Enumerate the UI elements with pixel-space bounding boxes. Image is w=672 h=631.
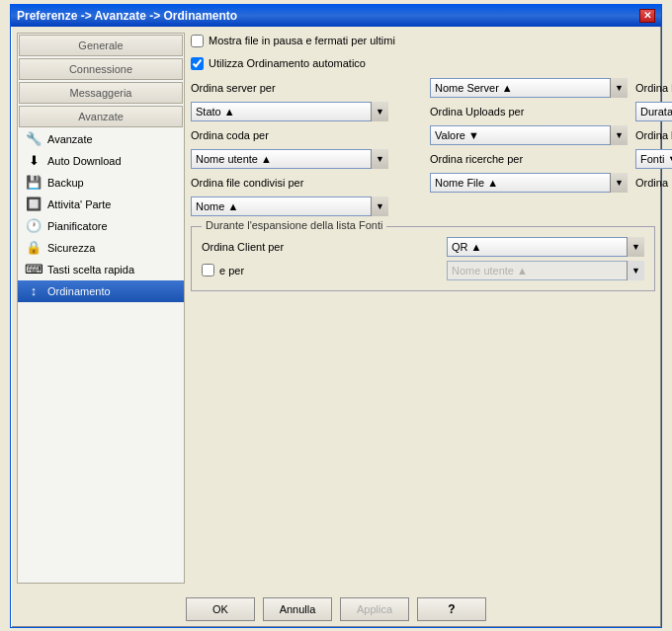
sidebar-item-backup[interactable]: 💾 Backup bbox=[18, 172, 184, 194]
select-downloads-wrapper: Stato ▲ ▼ bbox=[191, 102, 388, 121]
groupbox-espansione: Durante l'espansione della lista Fonti O… bbox=[191, 226, 655, 291]
sidebar-item-auto-download[interactable]: ⬇ Auto Download bbox=[18, 150, 184, 172]
annulla-button[interactable]: Annulla bbox=[263, 597, 332, 621]
select-irc-wrapper: Nome ▲ ▼ bbox=[191, 197, 388, 216]
sidebar-item-tasti-label: Tasti scelta rapida bbox=[47, 264, 134, 276]
footer: OK Annulla Applica ? bbox=[11, 590, 661, 627]
checkbox-e-per[interactable] bbox=[202, 264, 214, 276]
sidebar-item-avanzate[interactable]: 🔧 Avanzate bbox=[18, 128, 184, 150]
select-ricerche[interactable]: Fonti ▼ bbox=[635, 149, 672, 169]
sidebar-item-ordinamento-label: Ordinamento bbox=[47, 285, 111, 297]
groupbox-legend: Durante l'espansione della lista Fonti bbox=[202, 219, 386, 231]
checkbox-auto-ord-row: Utilizza Ordinamento automatico bbox=[191, 55, 655, 72]
form-grid: Ordina server per Nome Server ▲ ▼ Ordina… bbox=[191, 78, 655, 216]
label-server: Ordina server per bbox=[191, 82, 422, 94]
select-condivisi-wrapper: Nome File ▲ ▼ bbox=[430, 173, 628, 193]
main-content: Mostra file in pausa e fermati per ultim… bbox=[191, 33, 655, 584]
tasti-icon: ⌨ bbox=[26, 262, 42, 277]
checkbox-pausa[interactable] bbox=[191, 35, 204, 47]
sidebar-item-pianificatore-label: Pianificatore bbox=[47, 220, 108, 232]
window-title: Preferenze -> Avanzate -> Ordinamento bbox=[17, 9, 237, 23]
label-irc: Ordina IRC per bbox=[635, 177, 655, 189]
titlebar: Preferenze -> Avanzate -> Ordinamento ✕ bbox=[11, 5, 661, 27]
sidebar-item-auto-download-label: Auto Download bbox=[47, 155, 122, 167]
select-downloads[interactable]: Stato ▲ bbox=[191, 102, 388, 121]
select-condivisi[interactable]: Nome File ▲ bbox=[430, 173, 628, 193]
sidebar-item-attivita-parte[interactable]: 🔲 Attivita' Parte bbox=[18, 194, 184, 215]
label-uploads: Ordina Uploads per bbox=[430, 106, 628, 118]
checkbox-pausa-label: Mostra file in pausa e fermati per ultim… bbox=[209, 35, 395, 46]
applica-button[interactable]: Applica bbox=[340, 597, 409, 621]
body: Generale Connessione Messaggeria Avanzat… bbox=[11, 27, 661, 590]
label-downloads: Ordina Downloads per bbox=[635, 82, 655, 94]
ok-button[interactable]: OK bbox=[186, 597, 255, 621]
select-client-wrapper: QR ▲ ▼ bbox=[447, 237, 644, 257]
sidebar-section-messaggeria[interactable]: Messaggeria bbox=[19, 82, 183, 104]
label-coda: Ordina coda per bbox=[191, 129, 422, 141]
select-server-wrapper: Nome Server ▲ ▼ bbox=[430, 78, 628, 98]
sidebar-item-backup-label: Backup bbox=[47, 177, 84, 189]
sidebar-item-ordinamento[interactable]: ↕ Ordinamento bbox=[18, 280, 184, 302]
label-e-per: e per bbox=[219, 265, 244, 276]
label-client: Ordina Client per bbox=[202, 241, 439, 253]
pianificatore-icon: 🕐 bbox=[26, 218, 42, 234]
sicurezza-icon: 🔒 bbox=[26, 240, 42, 256]
sidebar-items: 🔧 Avanzate ⬇ Auto Download 💾 Backup 🔲 At… bbox=[18, 128, 184, 302]
avanzate-icon: 🔧 bbox=[26, 131, 42, 147]
sidebar-section-connessione[interactable]: Connessione bbox=[19, 58, 183, 80]
sidebar-section-generale[interactable]: Generale bbox=[19, 35, 183, 56]
groupbox-content: Ordina Client per QR ▲ ▼ e per Nome uten bbox=[202, 237, 644, 280]
sidebar-item-avanzate-label: Avanzate bbox=[47, 133, 93, 145]
select-client[interactable]: QR ▲ bbox=[447, 237, 644, 257]
sidebar-section-avanzate[interactable]: Avanzate bbox=[19, 106, 183, 127]
label-condivisi: Ordina file condivisi per bbox=[191, 177, 422, 189]
sidebar-item-sicurezza[interactable]: 🔒 Sicurezza bbox=[18, 237, 184, 259]
select-e-per[interactable]: Nome utente ▲ bbox=[447, 261, 644, 280]
sidebar-item-tasti-scelta[interactable]: ⌨ Tasti scelta rapida bbox=[18, 259, 184, 280]
select-uploads-wrapper: Durata Upload ▼ ▼ bbox=[635, 102, 672, 121]
select-lista-noti-wrapper: Nome utente ▲ ▼ bbox=[191, 149, 388, 169]
select-coda[interactable]: Valore ▼ bbox=[430, 125, 628, 145]
e-per-row: e per bbox=[202, 264, 439, 276]
select-uploads[interactable]: Durata Upload ▼ bbox=[635, 102, 672, 121]
select-lista-noti[interactable]: Nome utente ▲ bbox=[191, 149, 388, 169]
sidebar-item-pianificatore[interactable]: 🕐 Pianificatore bbox=[18, 215, 184, 237]
help-button[interactable]: ? bbox=[417, 597, 486, 621]
checkbox-pausa-row: Mostra file in pausa e fermati per ultim… bbox=[191, 33, 655, 49]
select-e-per-wrapper: Nome utente ▲ ▼ bbox=[447, 261, 644, 280]
close-button[interactable]: ✕ bbox=[639, 9, 655, 23]
attivita-icon: 🔲 bbox=[26, 197, 42, 212]
select-server[interactable]: Nome Server ▲ bbox=[430, 78, 628, 98]
ordinamento-icon: ↕ bbox=[26, 283, 42, 299]
checkbox-auto-ord[interactable] bbox=[191, 57, 204, 70]
sidebar-item-attivita-label: Attivita' Parte bbox=[47, 198, 111, 210]
select-coda-wrapper: Valore ▼ ▼ bbox=[430, 125, 628, 145]
auto-download-icon: ⬇ bbox=[26, 153, 42, 169]
label-lista-noti: Ordina lista noti per bbox=[635, 129, 655, 141]
select-ricerche-wrapper: Fonti ▼ ▼ bbox=[635, 149, 672, 169]
checkbox-auto-ord-label: Utilizza Ordinamento automatico bbox=[209, 57, 366, 69]
select-irc[interactable]: Nome ▲ bbox=[191, 197, 388, 216]
backup-icon: 💾 bbox=[26, 175, 42, 191]
sidebar: Generale Connessione Messaggeria Avanzat… bbox=[17, 33, 185, 584]
sidebar-item-sicurezza-label: Sicurezza bbox=[47, 242, 95, 254]
label-ricerche: Ordina ricerche per bbox=[430, 153, 628, 165]
main-window: Preferenze -> Avanzate -> Ordinamento ✕ … bbox=[10, 4, 662, 628]
